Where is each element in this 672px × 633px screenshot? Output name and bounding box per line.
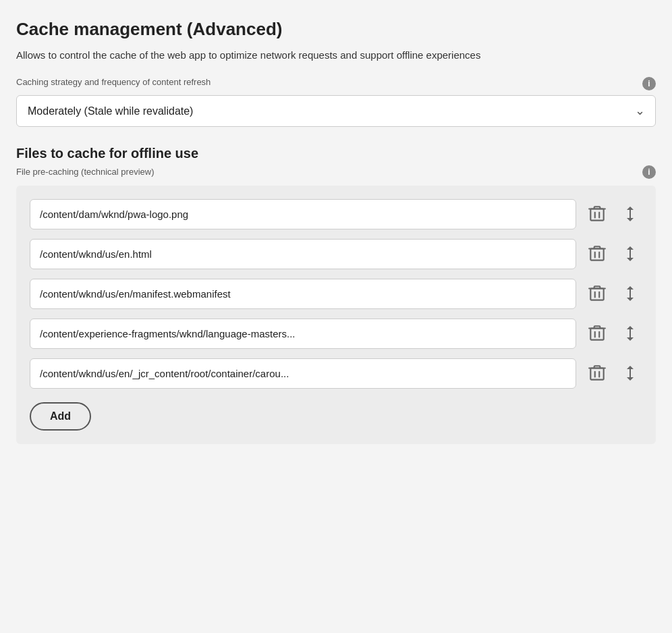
move-file-button-5[interactable] — [618, 360, 642, 387]
file-input-2[interactable] — [30, 239, 576, 269]
page-title: Cache management (Advanced) — [16, 19, 656, 40]
svg-rect-4 — [590, 248, 603, 260]
caching-strategy-select[interactable]: Moderately (Stale while revalidate)Aggre… — [16, 95, 656, 127]
files-list-container: Add — [16, 186, 656, 444]
delete-file-button-5[interactable] — [584, 360, 610, 387]
files-section-title: Files to cache for offline use — [16, 146, 656, 161]
move-file-button-4[interactable] — [618, 320, 642, 347]
delete-file-button-2[interactable] — [584, 240, 610, 267]
move-icon-4 — [622, 324, 638, 343]
caching-info-icon[interactable]: i — [642, 77, 656, 90]
svg-rect-16 — [590, 368, 603, 379]
file-row — [30, 199, 642, 229]
move-icon-3 — [622, 284, 638, 303]
trash-icon-1 — [588, 204, 606, 223]
caching-strategy-dropdown-wrapper: Moderately (Stale while revalidate)Aggre… — [16, 95, 656, 127]
file-precaching-label: File pre-caching (technical preview) — [16, 167, 154, 177]
file-row — [30, 319, 642, 349]
move-file-button-3[interactable] — [618, 280, 642, 307]
move-icon-1 — [622, 204, 638, 223]
caching-strategy-label: Caching strategy and frequency of conten… — [16, 77, 211, 87]
file-input-4[interactable] — [30, 319, 576, 349]
trash-icon-5 — [588, 364, 606, 383]
trash-icon-2 — [588, 244, 606, 263]
file-row — [30, 279, 642, 309]
delete-file-button-3[interactable] — [584, 280, 610, 307]
file-row — [30, 358, 642, 389]
delete-file-button-4[interactable] — [584, 320, 610, 347]
move-icon-5 — [622, 364, 638, 383]
trash-icon-4 — [588, 324, 606, 343]
add-file-button[interactable]: Add — [30, 402, 91, 431]
move-icon-2 — [622, 244, 638, 263]
delete-file-button-1[interactable] — [584, 200, 610, 227]
trash-icon-3 — [588, 284, 606, 303]
file-input-3[interactable] — [30, 279, 576, 309]
file-precaching-info-icon[interactable]: i — [642, 165, 656, 179]
svg-rect-12 — [590, 328, 603, 339]
file-row — [30, 239, 642, 269]
page-description: Allows to control the cache of the web a… — [16, 48, 656, 63]
file-input-1[interactable] — [30, 199, 576, 229]
svg-rect-0 — [590, 209, 603, 220]
svg-rect-8 — [590, 288, 603, 300]
move-file-button-1[interactable] — [618, 200, 642, 227]
file-input-5[interactable] — [30, 358, 576, 389]
move-file-button-2[interactable] — [618, 240, 642, 267]
